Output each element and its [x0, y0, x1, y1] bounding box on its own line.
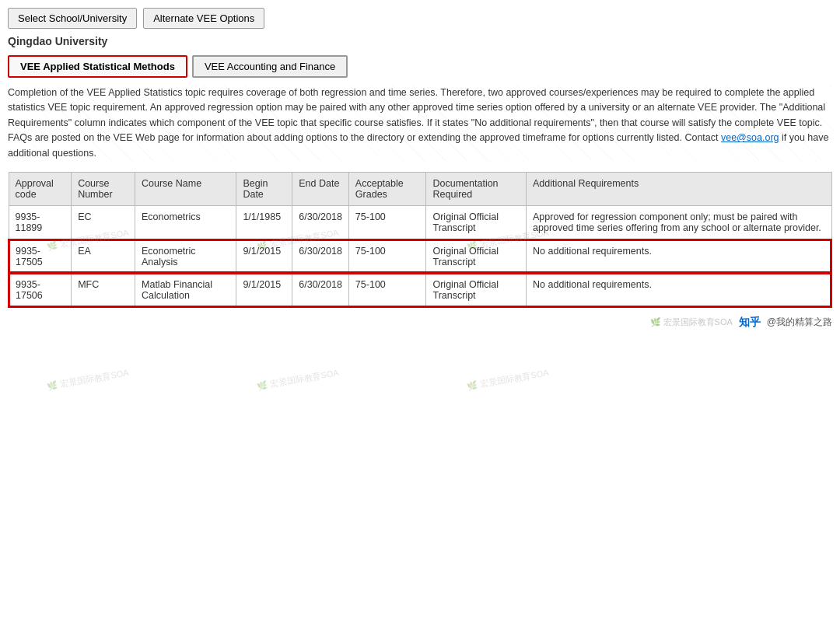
cell-row1-col2: Econometric Analysis	[135, 239, 236, 274]
description-text: Completion of the VEE Applied Statistics…	[8, 86, 832, 161]
cell-row0-col4: 6/30/2018	[292, 205, 349, 239]
col-acceptable-grades: Acceptable Grades	[348, 172, 426, 205]
cell-row2-col4: 6/30/2018	[292, 273, 349, 307]
col-course-name: Course Name	[135, 172, 236, 205]
cell-row1-col1: EA	[72, 239, 135, 274]
col-additional-req: Additional Requirements	[527, 172, 831, 205]
tab-statistical-methods[interactable]: VEE Applied Statistical Methods	[8, 55, 187, 78]
tab-accounting-finance[interactable]: VEE Accounting and Finance	[192, 55, 348, 78]
cell-row2-col7: No additional requirements.	[527, 273, 831, 307]
cell-row1-col5: 75-100	[348, 239, 426, 274]
cell-row2-col3: 9/1/2015	[236, 273, 292, 307]
cell-row1-col4: 6/30/2018	[292, 239, 349, 274]
table-container: 🌿 宏景国际教育SOA 🌿 宏景国际教育SOA 🌿 宏景国际教育SOA 🌿 宏景…	[8, 172, 832, 308]
col-course-number: Course Number	[72, 172, 135, 205]
university-name: Qingdao University	[8, 35, 832, 47]
cell-row1-col7: No additional requirements.	[527, 239, 831, 274]
cell-row1-col0: 9935-17505	[9, 239, 72, 274]
col-documentation: Documentation Required	[426, 172, 527, 205]
select-school-button[interactable]: Select School/University	[8, 8, 137, 29]
cell-row0-col7: Approved for regression component only; …	[527, 205, 831, 239]
cell-row0-col5: 75-100	[348, 205, 426, 239]
footer: 🌿 宏景国际教育SOA 知乎 @我的精算之路	[8, 316, 832, 330]
cell-row1-col6: Original Official Transcript	[426, 239, 527, 274]
cell-row2-col6: Original Official Transcript	[426, 273, 527, 307]
cell-row0-col0: 9935-11899	[9, 205, 72, 239]
watermark-5: 🌿 宏景国际教育SOA	[257, 367, 340, 393]
cell-row2-col0: 9935-17506	[9, 273, 72, 307]
footer-username: @我的精算之路	[767, 316, 832, 329]
cell-row0-col2: Econometrics	[135, 205, 236, 239]
watermark-4: 🌿 宏景国际教育SOA	[47, 367, 130, 393]
watermark-6: 🌿 宏景国际教育SOA	[467, 367, 550, 393]
col-approval-code: Approval code	[9, 172, 72, 205]
footer-platform: 知乎	[739, 316, 761, 330]
col-begin-date: Begin Date	[236, 172, 292, 205]
cell-row0-col3: 1/1/1985	[236, 205, 292, 239]
table-row: 9935-17505EAEconometric Analysis9/1/2015…	[9, 239, 831, 274]
courses-table: Approval code Course Number Course Name …	[8, 172, 832, 308]
cell-row2-col5: 75-100	[348, 273, 426, 307]
cell-row2-col1: MFC	[72, 273, 135, 307]
footer-watermark-left: 🌿 宏景国际教育SOA	[650, 316, 733, 328]
table-row: 9935-11899ECEconometrics1/1/19856/30/201…	[9, 205, 831, 239]
cell-row0-col1: EC	[72, 205, 135, 239]
cell-row2-col2: Matlab Financial Calculation	[135, 273, 236, 307]
email-link[interactable]: vee@soa.org	[721, 132, 779, 143]
cell-row0-col6: Original Official Transcript	[426, 205, 527, 239]
alternate-vee-button[interactable]: Alternate VEE Options	[143, 8, 264, 29]
cell-row1-col3: 9/1/2015	[236, 239, 292, 274]
table-row: 9935-17506MFCMatlab Financial Calculatio…	[9, 273, 831, 307]
top-buttons: Select School/University Alternate VEE O…	[8, 8, 832, 29]
col-end-date: End Date	[292, 172, 349, 205]
tab-buttons: VEE Applied Statistical Methods VEE Acco…	[8, 55, 832, 78]
table-header-row: Approval code Course Number Course Name …	[9, 172, 831, 205]
